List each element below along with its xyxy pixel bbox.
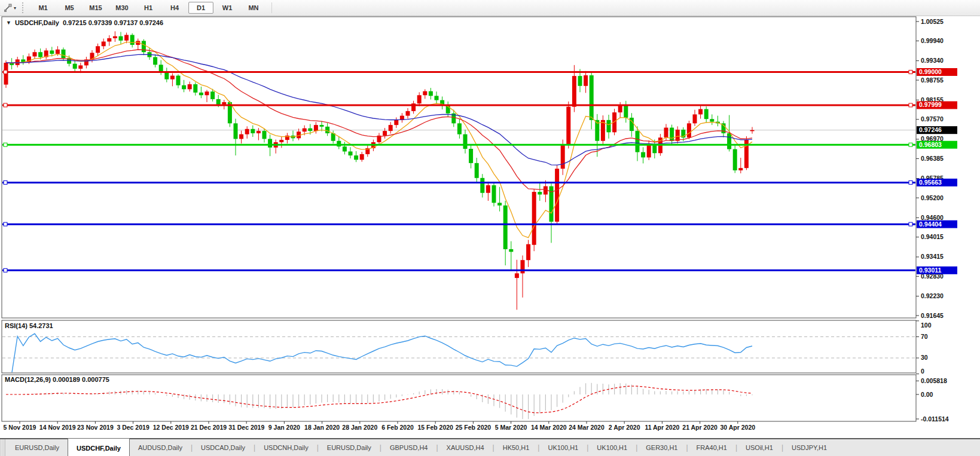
toolbar-grip[interactable] [22,2,26,13]
timeframe-button-d1[interactable]: D1 [188,2,213,14]
timeframe-button-mn[interactable]: MN [241,2,266,14]
chart-tab-fra40-h1[interactable]: FRA40,H1 [688,439,735,456]
candle-body [693,114,697,123]
candle-body [193,84,197,93]
hline-marker[interactable] [4,70,7,74]
price-tick-label: 0.97570 [921,115,944,123]
candle-body [750,130,755,131]
candle-body [234,123,238,139]
date-tick-label: 12 Dec 2019 [153,424,189,431]
chart-tab-hk50-h1[interactable]: HK50,H1 [494,439,538,456]
candle-body [199,93,203,95]
chart-tab-ger30-h1[interactable]: GER30,H1 [637,439,686,456]
chart-svg[interactable]: 1.005250.999400.993400.987550.981550.975… [0,0,980,456]
date-tick-label: 5 Mar 2020 [495,424,527,431]
hline-marker[interactable] [909,222,912,226]
hline-marker[interactable] [4,143,7,146]
hline-badge-label: 0.94404 [919,221,942,228]
timeframe-button-w1[interactable]: W1 [215,2,240,14]
candle-body [349,151,353,155]
candle-body [360,154,364,160]
chart-tab-eurusd-daily[interactable]: EURUSD,Daily [7,439,68,456]
chart-tab-uk100-h1[interactable]: UK100,H1 [539,439,587,456]
hline-marker[interactable] [4,180,7,184]
chart-canvas[interactable]: 1.005250.999400.993400.987550.981550.975… [0,0,980,456]
hline-marker[interactable] [909,103,912,107]
time-axis[interactable]: 5 Nov 201914 Nov 201923 Nov 20193 Dec 20… [4,421,756,431]
hline-marker[interactable] [909,143,912,146]
date-tick-label: 6 Feb 2020 [381,424,414,431]
candle-body [497,203,502,205]
macd-tick-label: -0.011514 [921,415,949,423]
draw-cursor-icon[interactable] [3,3,13,13]
date-tick-label: 21 Dec 2019 [191,424,227,431]
candle-body [394,120,398,125]
hline-badge-label: 0.96803 [919,141,942,148]
candle-body [50,50,54,54]
ohlc-values: 0.97215 0.97339 0.97137 0.97246 [63,19,163,26]
chart-tab-usdcad-daily[interactable]: USDCAD,Daily [193,439,254,456]
chart-tab-xauusd-h4[interactable]: XAUUSD,H4 [438,439,493,456]
main-pane[interactable] [2,17,916,318]
timeframe-button-m30[interactable]: M30 [109,2,135,14]
date-tick-label: 31 Dec 2019 [228,424,264,431]
candle-body [142,41,146,52]
candle-body [417,95,422,103]
candle-body [544,186,548,195]
hline-marker[interactable] [4,103,7,107]
chart-tab-usoil-h1[interactable]: USOil,H1 [737,439,781,456]
hline-marker[interactable] [909,70,912,74]
chart-tab-gbpusd-h4[interactable]: GBPUSD,H4 [381,439,436,456]
candle-body [153,57,157,65]
candle-body [164,72,169,79]
chart-tab-uk100-h1[interactable]: UK100,H1 [588,439,636,456]
rsi-tick-label: 30 [921,354,928,361]
candle-body [210,91,215,99]
rsi-pane[interactable] [2,320,916,373]
candle-body [33,52,37,56]
trading-terminal-window: ▾ M1M5M15M30H1H4D1W1MN 1.005250.999400.9… [0,0,980,456]
date-tick-label: 5 Nov 2019 [4,424,36,431]
candle-body [515,273,519,278]
timeframe-button-h1[interactable]: H1 [136,2,161,14]
candle-body [303,128,307,132]
candle-body [738,168,743,170]
macd-pane[interactable] [2,375,916,421]
candle-body [182,85,186,90]
date-tick-label: 14 Nov 2019 [39,424,76,431]
candle-body [641,152,645,158]
candle-body [325,127,329,133]
chart-tab-usdcnh-daily[interactable]: USDCNH,Daily [255,439,317,456]
chart-tool-dropdown-icon[interactable]: ▾ [14,5,16,11]
hline-marker[interactable] [4,222,7,226]
candle-body [555,169,559,222]
price-tick-label: 1.00525 [921,18,944,25]
timeframe-button-m1[interactable]: M1 [30,2,56,14]
chart-tab-audusd-daily[interactable]: AUDUSD,Daily [130,439,191,456]
chart-tab-usdjpy-h1[interactable]: USDJPY,H1 [783,439,835,456]
chart-tab-eurusd-daily[interactable]: EURUSD,Daily [319,439,380,456]
collapse-arrow-icon[interactable]: ▼ [6,20,11,26]
candle-body [584,75,588,86]
date-tick-label: 30 Apr 2020 [721,424,756,431]
macd-tick-label: 0.00 [921,391,933,398]
candle-body [406,111,410,116]
price-tick-label: 0.94015 [921,233,944,240]
timeframe-button-m15[interactable]: M15 [83,2,108,14]
price-axis[interactable]: 1.005250.999400.993400.987550.981550.975… [916,18,957,423]
candle-body [526,244,530,261]
rsi-tick-label: 100 [921,322,932,329]
rsi-tick-label: 0 [921,368,924,375]
candle-body [521,260,525,273]
hline-marker[interactable] [909,180,912,184]
candle-body [475,163,479,178]
tabbar-grip[interactable] [0,439,5,456]
date-tick-label: 9 Jan 2020 [268,424,300,431]
chart-tab-usdchf-daily[interactable]: USDCHF,Daily [68,438,130,456]
timeframe-button-m5[interactable]: M5 [57,2,82,14]
price-tick-label: 0.99940 [921,37,944,44]
chart-tabbar: EURUSD,DailyUSDCHF,DailyAUDUSD,Daily|USD… [0,438,980,456]
timeframe-button-h4[interactable]: H4 [162,2,187,14]
hline-marker[interactable] [4,268,7,272]
candle-body [279,140,283,142]
